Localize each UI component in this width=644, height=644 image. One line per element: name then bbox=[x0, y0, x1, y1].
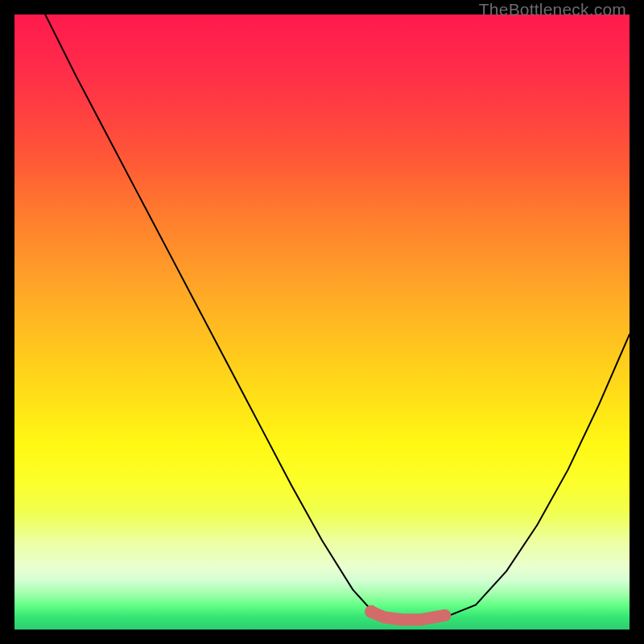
chart-svg bbox=[14, 14, 630, 630]
optimal-range-highlight bbox=[371, 612, 445, 620]
watermark-text: TheBottleneck.com bbox=[479, 0, 626, 19]
chart-frame bbox=[14, 14, 630, 630]
optimal-range-dot bbox=[365, 605, 378, 618]
bottleneck-curve-path bbox=[45, 14, 630, 620]
